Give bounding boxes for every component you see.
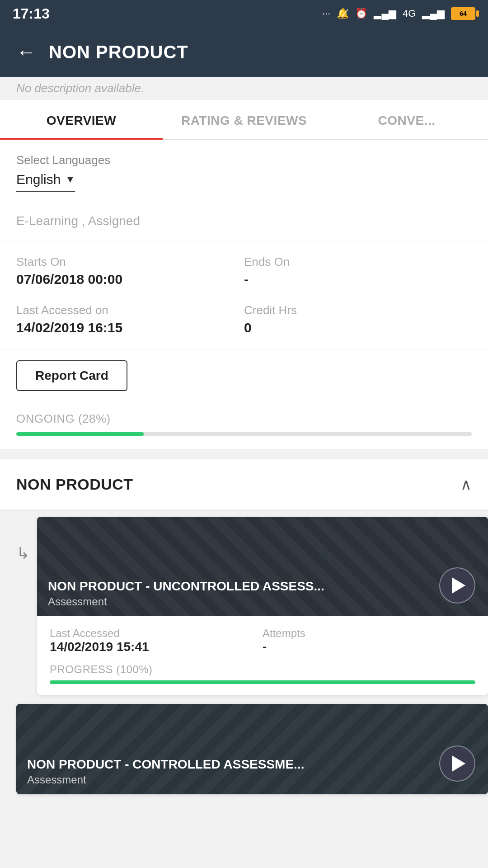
tag-row: E-Learning , Assigned [0, 201, 488, 241]
credit-hrs-label: Credit Hrs [244, 303, 472, 317]
chevron-down-icon: ▼ [65, 174, 75, 185]
progress-section: ONGOING (28%) [0, 405, 488, 450]
last-accessed-label: Last Accessed on [16, 303, 244, 317]
assessment-1-attempts-label: Attempts [263, 627, 475, 640]
description-strip: No description available. [0, 77, 488, 100]
progress-bar-background [16, 432, 472, 436]
assessment-1-type: Assessment [48, 595, 324, 608]
accordion-title: NON PRODUCT [16, 476, 133, 493]
description-text: No description available. [16, 81, 144, 95]
tab-conve[interactable]: CONVE... [325, 100, 488, 139]
status-time: 17:13 [13, 5, 50, 22]
language-dropdown[interactable]: English ▼ [16, 172, 75, 192]
ellipsis-icon: ··· [322, 8, 330, 19]
chevron-up-icon: ∧ [460, 475, 472, 493]
progress-bar-fill [16, 432, 144, 436]
assessment-image-2[interactable]: NON PRODUCT - CONTROLLED ASSESSME... Ass… [16, 704, 488, 794]
network-label: 4G [403, 8, 416, 19]
signal-icon: ▂▄▆ [374, 8, 396, 19]
play-button-1[interactable] [439, 567, 475, 604]
language-selected-value: English [16, 172, 61, 187]
assessment-item-2-wrapper: NON PRODUCT - CONTROLLED ASSESSME... Ass… [0, 695, 488, 794]
assessment-1-progress-bar-bg [50, 680, 475, 684]
assessment-2-type: Assessment [27, 774, 304, 786]
assessment-1-title: NON PRODUCT - UNCONTROLLED ASSESS... [48, 579, 324, 594]
report-card-section: Report Card [0, 349, 488, 405]
sub-item-arrow-icon: ↳ [16, 544, 30, 563]
starts-on-item: Starts On 07/06/2018 00:00 [16, 255, 244, 287]
assessment-card-2: NON PRODUCT - CONTROLLED ASSESSME... Ass… [16, 704, 488, 794]
status-icons: ··· 🔔̸ ⏰ ▂▄▆ 4G ▂▄▆ 64 [322, 7, 475, 20]
app-header: ← NON PRODUCT [0, 27, 488, 77]
starts-on-label: Starts On [16, 255, 244, 269]
tab-bar: OVERVIEW RATING & REVIEWS CONVE... [0, 100, 488, 140]
assessment-1-details: Last Accessed 14/02/2019 15:41 Attempts … [37, 616, 488, 695]
back-button[interactable]: ← [16, 42, 36, 62]
assessment-card-1: NON PRODUCT - UNCONTROLLED ASSESS... Ass… [37, 517, 488, 695]
alarm-icon: ⏰ [355, 8, 367, 19]
tag-text: E-Learning , Assigned [16, 214, 140, 228]
report-card-button[interactable]: Report Card [16, 360, 127, 391]
assessment-1-progress-label: PROGRESS (100%) [50, 663, 475, 676]
credit-hrs-item: Credit Hrs 0 [244, 303, 472, 335]
last-accessed-value: 14/02/2019 16:15 [16, 320, 244, 335]
play-button-2[interactable] [439, 745, 475, 782]
ends-on-label: Ends On [244, 255, 472, 269]
mute-icon: 🔔̸ [337, 8, 349, 19]
language-section: Select Languages English ▼ [0, 140, 488, 201]
battery-icon: 64 [451, 7, 475, 20]
credit-hrs-value: 0 [244, 320, 472, 335]
assessment-image-1[interactable]: NON PRODUCT - UNCONTROLLED ASSESS... Ass… [37, 517, 488, 616]
header-title: NON PRODUCT [49, 42, 188, 62]
assessment-1-progress-bar-fill [50, 680, 475, 684]
starts-on-value: 07/06/2018 00:00 [16, 272, 244, 287]
progress-label: ONGOING (28%) [16, 412, 472, 426]
assessment-1-attempts-value: - [263, 640, 475, 654]
dates-section: Starts On 07/06/2018 00:00 Ends On - Las… [0, 241, 488, 349]
play-triangle-icon-1 [452, 577, 465, 594]
tab-overview[interactable]: OVERVIEW [0, 100, 163, 139]
assessment-1-last-accessed-value: 14/02/2019 15:41 [50, 640, 263, 654]
assessment-item-1-wrapper: ↳ NON PRODUCT - UNCONTROLLED ASSESS... A… [0, 517, 488, 695]
ends-on-item: Ends On - [244, 255, 472, 287]
play-triangle-icon-2 [452, 755, 465, 772]
assessment-2-title: NON PRODUCT - CONTROLLED ASSESSME... [27, 757, 304, 772]
tab-rating-reviews[interactable]: RATING & REVIEWS [163, 100, 325, 139]
signal2-icon: ▂▄▆ [422, 8, 445, 19]
language-label: Select Languages [16, 153, 472, 167]
last-accessed-item: Last Accessed on 14/02/2019 16:15 [16, 303, 244, 335]
status-bar: 17:13 ··· 🔔̸ ⏰ ▂▄▆ 4G ▂▄▆ 64 [0, 0, 488, 27]
ends-on-value: - [244, 272, 472, 287]
accordion-header[interactable]: NON PRODUCT ∧ [0, 459, 488, 509]
assessment-1-last-accessed-label: Last Accessed [50, 627, 263, 640]
